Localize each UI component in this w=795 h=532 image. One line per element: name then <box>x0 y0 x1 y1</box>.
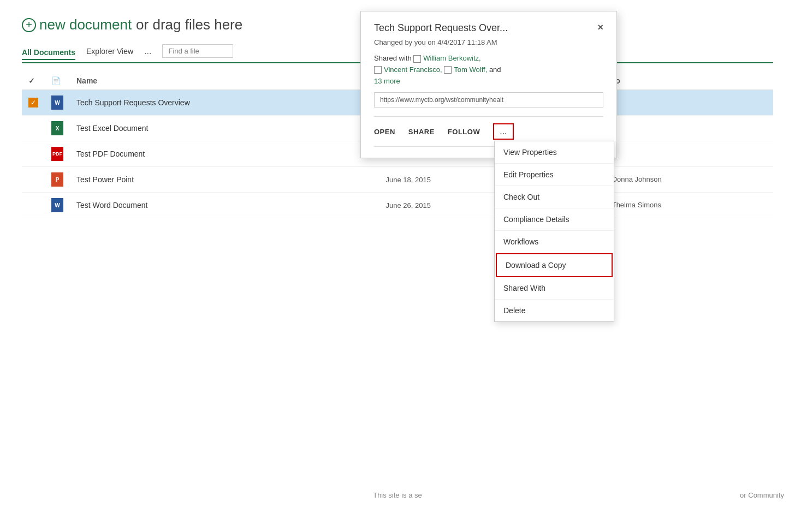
footer-right: or Community <box>740 491 784 499</box>
find-file-input[interactable] <box>162 44 233 58</box>
share-button[interactable]: SHARE <box>408 128 435 136</box>
dropdown-menu: View PropertiesEdit PropertiesCheck OutC… <box>494 141 614 322</box>
dropdown-item-5[interactable]: Download a Copy <box>496 253 613 277</box>
file-name-3[interactable]: Test Power Point <box>70 167 379 193</box>
dropdown-item-6[interactable]: Shared With <box>495 277 614 300</box>
new-document-text[interactable]: new document <box>39 16 132 33</box>
shared-and-text: and <box>489 65 501 74</box>
dropdown-item-4[interactable]: Workflows <box>495 231 614 253</box>
row-check-1[interactable] <box>22 116 45 141</box>
user1-link[interactable]: William Berkowitz, <box>423 54 480 62</box>
row-check-3[interactable] <box>22 167 45 193</box>
dropdown-item-7[interactable]: Delete <box>495 300 614 321</box>
row-check-0[interactable]: ✓ <box>22 90 45 116</box>
plus-icon: + <box>22 18 36 32</box>
more-actions-button[interactable]: ... <box>493 123 513 140</box>
file-type-icon-1: X <box>45 116 70 141</box>
dropdown-item-0[interactable]: View Properties <box>495 141 614 164</box>
file-type-icon-0: W <box>45 90 70 116</box>
shared-with-label: Shared with <box>374 54 412 62</box>
shared-more-link[interactable]: 13 more <box>374 77 400 85</box>
popup-title: Tech Support Requests Over... <box>374 22 508 34</box>
file-person-3: Donna Johnson <box>596 167 773 193</box>
popup-header: Tech Support Requests Over... × <box>374 22 603 34</box>
dropdown-item-2[interactable]: Check Out <box>495 186 614 208</box>
user3-checkbox[interactable] <box>444 66 452 74</box>
file-type-icon-2: PDF <box>45 141 70 167</box>
file-name-4[interactable]: Test Word Document <box>70 193 379 218</box>
file-type-icon-3: P <box>45 167 70 193</box>
file-type-icon-4: W <box>45 193 70 218</box>
user1-checkbox[interactable] <box>413 55 421 63</box>
close-icon[interactable]: × <box>597 22 603 32</box>
row-check-2[interactable] <box>22 141 45 167</box>
row-check-4[interactable] <box>22 193 45 218</box>
drag-files-text: or drag files here <box>136 16 242 33</box>
dropdown-item-3[interactable]: Compliance Details <box>495 208 614 231</box>
header-name: Name <box>70 72 379 90</box>
footer-left: This site is a se <box>0 491 795 499</box>
file-person-0 <box>596 90 773 116</box>
dropdown-item-1[interactable]: Edit Properties <box>495 164 614 186</box>
new-document-link[interactable]: + new document <box>22 16 132 33</box>
popup-changed-by: Changed by you on 4/4/2017 11:18 AM <box>374 38 603 46</box>
header-out-to: ut To <box>596 72 773 90</box>
file-person-4: Thelma Simons <box>596 193 773 218</box>
popup-url[interactable]: https://www.myctb.org/wst/communityhealt <box>374 92 603 107</box>
file-name-1[interactable]: Test Excel Document <box>70 116 379 141</box>
table-row: PTest Power PointJune 18, 2015···Donna J… <box>22 167 773 193</box>
open-button[interactable]: OPEN <box>374 128 395 136</box>
file-person-1 <box>596 116 773 141</box>
follow-button[interactable]: FOLLOW <box>448 128 480 136</box>
popup-shared-with: Shared with William Berkowitz, Vincent F… <box>374 53 603 87</box>
file-name-0[interactable]: Tech Support Requests Overview <box>70 90 379 116</box>
header-check: ✓ <box>22 72 45 90</box>
header-icon: 📄 <box>45 72 70 90</box>
file-name-2[interactable]: Test PDF Document <box>70 141 379 167</box>
popup-card: Tech Support Requests Over... × Changed … <box>360 11 617 158</box>
user3-link[interactable]: Tom Wolff, <box>454 65 487 74</box>
tab-all-documents[interactable]: All Documents <box>22 48 75 60</box>
file-person-2 <box>596 141 773 167</box>
popup-actions: OPEN SHARE FOLLOW ... View PropertiesEdi… <box>374 116 603 147</box>
table-row: WTest Word DocumentJune 26, 2015···Thelm… <box>22 193 773 218</box>
user2-link[interactable]: Vincent Francisco, <box>384 65 442 74</box>
user2-checkbox[interactable] <box>374 66 382 74</box>
toolbar-more-button[interactable]: ... <box>144 46 151 56</box>
tab-explorer-view[interactable]: Explorer View <box>86 47 133 56</box>
